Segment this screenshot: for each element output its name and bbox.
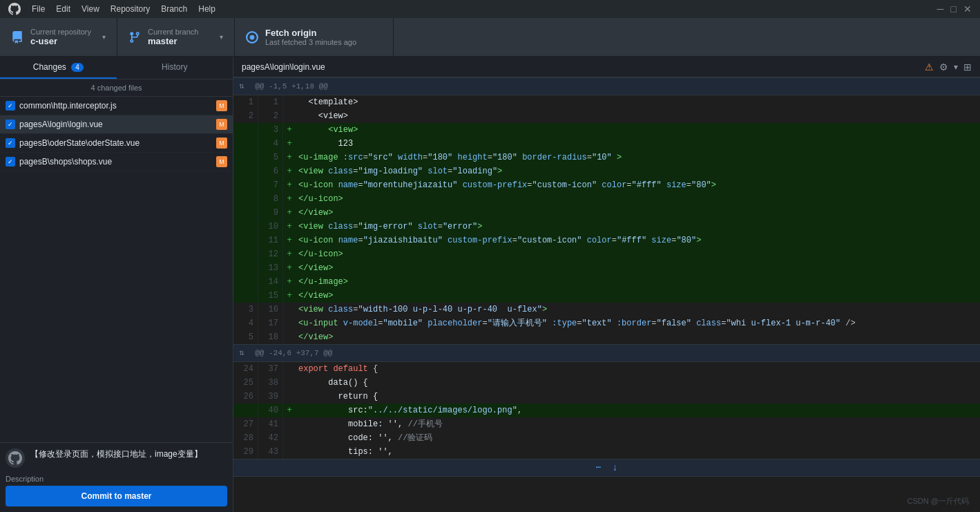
expand-hunk-icon[interactable]: ⇅	[239, 79, 244, 93]
diff-line-added: 3 + <view>	[233, 123, 980, 137]
commit-button[interactable]: Commit to master	[6, 486, 227, 506]
changes-badge: 4	[71, 63, 84, 72]
diff-line: 25 38 data() {	[233, 376, 980, 390]
diff-line: 1 1 <template>	[233, 95, 980, 109]
file-name: common\http.interceptor.js	[19, 101, 212, 111]
current-branch-section[interactable]: Current branch master ▾	[117, 18, 235, 56]
commit-message-box: 【修改登录页面，模拟接口地址，image变量】	[6, 448, 227, 468]
file-checkbox[interactable]: ✓	[6, 101, 15, 111]
maximize-button[interactable]: □	[951, 3, 957, 15]
hunk-range-1: @@ -1,5 +1,18 @@	[255, 79, 328, 93]
tab-changes[interactable]: Changes 4	[0, 57, 117, 79]
menu-repository[interactable]: Repository	[111, 4, 150, 14]
branch-icon	[128, 31, 141, 44]
toolbar: Current repository c-user ▾ Current bran…	[0, 18, 980, 57]
commit-avatar	[6, 448, 25, 468]
diff-line-added: 12 + </u-icon>	[233, 247, 980, 261]
gear-icon[interactable]: ⚙	[939, 61, 948, 73]
file-name: pagesB\shops\shops.vue	[19, 157, 212, 167]
diff-content[interactable]: ⇅ @@ -1,5 +1,18 @@ 1 1 <template> 2 2 <v…	[233, 77, 980, 512]
menu-edit[interactable]: Edit	[56, 4, 70, 14]
diff-line-added: 14 + </u-image>	[233, 275, 980, 289]
diff-line-added: 9 + </view>	[233, 206, 980, 220]
diff-line: 29 43 tips: '',	[233, 445, 980, 459]
menu-view[interactable]: View	[81, 4, 99, 14]
file-status-badge: M	[216, 100, 227, 111]
menu-branch[interactable]: Branch	[161, 4, 187, 14]
diff-line: 28 42 code: '', //验证码	[233, 431, 980, 445]
file-item-login-vue[interactable]: ✓ pagesA\login\login.vue M	[0, 115, 233, 134]
file-checkbox[interactable]: ✓	[6, 157, 15, 167]
repo-name: c-user	[30, 36, 91, 46]
diff-line-added: 7 + <u-icon name="morentuhejiazaitu" cus…	[233, 178, 980, 192]
repo-text-group: Current repository c-user	[30, 28, 91, 46]
file-item-shops-vue[interactable]: ✓ pagesB\shops\shops.vue M	[0, 153, 233, 171]
file-status-badge: M	[216, 138, 227, 149]
file-checkbox[interactable]: ✓	[6, 120, 15, 129]
chevron-down-icon[interactable]: ▾	[954, 62, 958, 72]
main-layout: Changes 4 History 4 changed files ✓ comm…	[0, 57, 980, 512]
commit-text-area: 【修改登录页面，模拟接口地址，image变量】	[30, 448, 227, 462]
watermark: CSDN @一斤代码	[907, 496, 969, 506]
expand-more-arrow[interactable]: ↓	[612, 461, 617, 475]
file-status-badge: M	[216, 156, 227, 167]
changed-files-count: 4 changed files	[91, 84, 142, 92]
close-button[interactable]: ✕	[963, 3, 972, 15]
expand-icon[interactable]: ⊞	[963, 61, 972, 73]
description-label[interactable]: Description	[6, 472, 227, 486]
branch-chevron-icon: ▾	[220, 33, 223, 41]
tab-history-label: History	[162, 62, 187, 72]
diff-panel: pagesA\login\login.vue ⚠ ⚙ ▾ ⊞ ⇅ @@ -1,5…	[233, 57, 980, 512]
diff-line-added: 8 + </u-icon>	[233, 192, 980, 206]
current-repository-section[interactable]: Current repository c-user ▾	[0, 18, 117, 56]
diff-line: 24 37 export default {	[233, 362, 980, 376]
diff-line: 2 2 <view>	[233, 109, 980, 123]
menu-file[interactable]: File	[32, 4, 45, 14]
titlebar: File Edit View Repository Branch Help ─ …	[0, 0, 980, 18]
branch-text-group: Current branch master	[148, 28, 198, 46]
expand-more-icon[interactable]: ⋯	[596, 461, 601, 475]
diff-file-path-parts: pagesA\login\login.vue	[242, 62, 325, 72]
diff-line-added: 10 + <view class="img-error" slot="error…	[233, 220, 980, 234]
file-name: pagesB\oderState\oderState.vue	[19, 138, 212, 148]
diff-line: 4 17 <u-input v-model="mobile" placehold…	[233, 316, 980, 330]
minimize-button[interactable]: ─	[937, 3, 944, 15]
diff-header-actions: ⚠ ⚙ ▾ ⊞	[925, 61, 972, 73]
diff-header: pagesA\login\login.vue ⚠ ⚙ ▾ ⊞	[233, 57, 980, 77]
file-name: pagesA\login\login.vue	[19, 120, 212, 129]
warning-icon: ⚠	[925, 61, 934, 73]
diff-expand-footer[interactable]: ⋯ ↓	[233, 459, 980, 477]
file-item-oderstate-vue[interactable]: ✓ pagesB\oderState\oderState.vue M	[0, 134, 233, 153]
file-item-http-interceptor[interactable]: ✓ common\http.interceptor.js M	[0, 97, 233, 115]
sidebar-tabs: Changes 4 History	[0, 57, 233, 79]
expand-hunk-icon-2[interactable]: ⇅	[239, 346, 244, 360]
fetch-sub: Last fetched 3 minutes ago	[265, 38, 356, 46]
diff-line-added: 11 + <u-icon name="jiazaishibaitu" custo…	[233, 234, 980, 247]
diff-line-added: 13 + </view>	[233, 261, 980, 275]
diff-line: 27 41 mobile: '', //手机号	[233, 417, 980, 431]
repo-icon	[11, 31, 23, 44]
file-status-badge: M	[216, 119, 227, 130]
tab-history[interactable]: History	[117, 57, 233, 79]
commit-summary: 【修改登录页面，模拟接口地址，image变量】	[30, 448, 227, 460]
repo-label: Current repository	[30, 28, 91, 36]
tab-changes-label: Changes	[33, 62, 66, 72]
diff-line: 5 18 </view>	[233, 330, 980, 344]
file-list: ✓ common\http.interceptor.js M ✓ pagesA\…	[0, 97, 233, 442]
github-icon	[8, 3, 21, 15]
diff-line-added: 40 + src:"../../static/images/logo.png",	[233, 404, 980, 417]
diff-line-added: 6 + <view class="img-loading" slot="load…	[233, 164, 980, 178]
sidebar: Changes 4 History 4 changed files ✓ comm…	[0, 57, 233, 512]
diff-hunk-header-2: ⇅ @@ -24,6 +37,7 @@	[233, 344, 980, 362]
branch-name: master	[148, 36, 198, 46]
fetch-origin-section[interactable]: Fetch origin Last fetched 3 minutes ago	[235, 18, 394, 56]
diff-line-added: 4 + 123	[233, 137, 980, 151]
commit-area: 【修改登录页面，模拟接口地址，image变量】 Description Comm…	[0, 442, 233, 512]
fetch-label: Fetch origin	[265, 28, 356, 38]
menu-help[interactable]: Help	[198, 4, 215, 14]
hunk-range-2: @@ -24,6 +37,7 @@	[255, 346, 332, 360]
changed-files-header: 4 changed files	[0, 79, 233, 97]
diff-line: 26 39 return {	[233, 390, 980, 404]
file-checkbox[interactable]: ✓	[6, 138, 15, 148]
repo-chevron-icon: ▾	[102, 33, 106, 41]
